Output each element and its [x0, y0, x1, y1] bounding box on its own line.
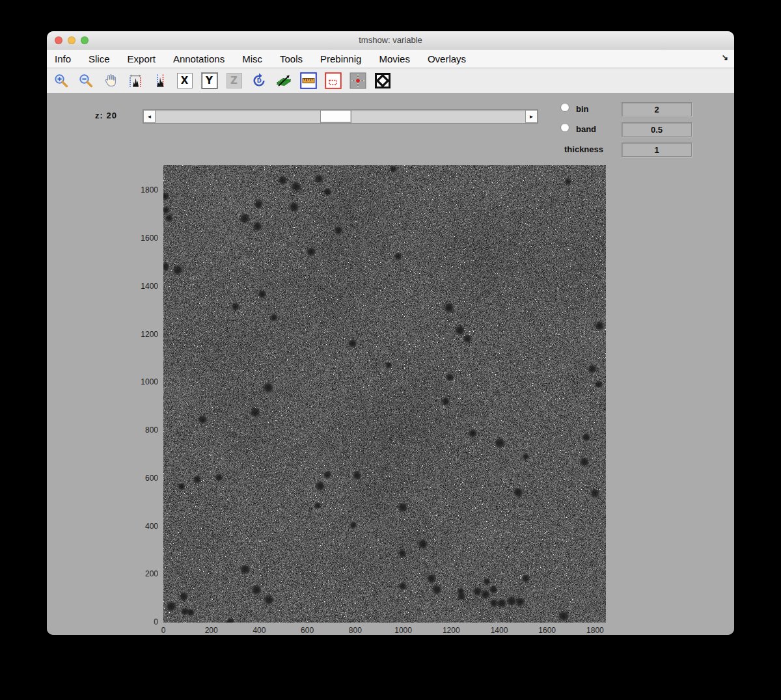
axis-x-label: X [177, 73, 193, 88]
y-tick-label: 400 [115, 522, 158, 531]
minimize-button[interactable] [68, 36, 75, 44]
x-tick-label: 1800 [579, 626, 611, 635]
slider-thumb[interactable] [320, 110, 351, 123]
zoom-out-button[interactable] [77, 72, 94, 90]
center-marker-icon [349, 72, 366, 89]
band-entry[interactable]: 0.5 [622, 122, 692, 137]
roi-button[interactable] [324, 72, 342, 90]
roi-icon [325, 72, 342, 89]
menu-overflow-icon[interactable]: ↘ [722, 53, 728, 62]
contrast-range-button[interactable] [126, 72, 144, 90]
y-tick-label: 1000 [115, 377, 158, 386]
rotate-icon [251, 72, 267, 89]
menu-item-info[interactable]: Info [55, 53, 71, 64]
x-tick-label: 1400 [483, 626, 515, 635]
app-window: tmshow: variable InfoSliceExportAnnotati… [47, 31, 734, 635]
main-area: z: 20 ◄ ► bin 2 band 0.5 thickness 1 020… [47, 93, 734, 635]
menu-item-overlays[interactable]: Overlays [428, 53, 466, 64]
y-tick-label: 800 [115, 425, 158, 435]
zoom-in-icon [53, 72, 70, 89]
zoom-out-icon [77, 72, 94, 89]
menu-item-prebinnig[interactable]: Prebinnig [320, 53, 361, 64]
contrast-band-button[interactable] [151, 72, 169, 90]
pan-button[interactable] [102, 72, 119, 90]
rotate-button[interactable] [250, 72, 267, 90]
x-tick-label: 400 [243, 626, 275, 635]
band-label: band [576, 124, 596, 134]
x-tick-label: 800 [339, 626, 372, 635]
slider-right-arrow-icon[interactable]: ► [525, 110, 538, 123]
menu-item-export[interactable]: Export [128, 53, 156, 64]
zoom-in-button[interactable] [52, 72, 70, 90]
axis-z-button[interactable]: Z [225, 72, 243, 90]
y-tick-label: 0 [115, 617, 158, 626]
slider-left-arrow-icon[interactable]: ◄ [143, 110, 156, 123]
zoom-button[interactable] [81, 36, 89, 44]
traffic-lights [55, 36, 89, 44]
menu-item-annotations[interactable]: Annotations [173, 53, 225, 64]
titlebar[interactable]: tmshow: variable [47, 31, 734, 49]
z-slider[interactable]: ◄ ► [143, 109, 538, 124]
flip-plane-button[interactable] [275, 72, 292, 90]
z-slice-label: z: 20 [95, 111, 117, 120]
x-tick-label: 1600 [531, 626, 564, 635]
menu-item-slice[interactable]: Slice [89, 53, 110, 64]
axis-y-button[interactable]: Y [200, 72, 218, 90]
thickness-entry[interactable]: 1 [622, 142, 692, 157]
axis-z-label: Z [226, 73, 242, 88]
bin-label: bin [576, 104, 589, 114]
contrast-band-icon [152, 72, 169, 89]
menu-item-misc[interactable]: Misc [242, 53, 262, 64]
x-tick-label: 600 [291, 626, 323, 635]
flip-plane-icon [275, 72, 292, 89]
contrast-range-icon [127, 72, 144, 89]
fullscreen-icon [374, 72, 391, 89]
thickness-label: thickness [532, 144, 603, 154]
y-tick-label: 600 [115, 474, 158, 483]
toolbar: XYZ [47, 68, 734, 93]
y-tick-label: 200 [115, 569, 158, 578]
axis-y-label: Y [202, 73, 217, 88]
close-button[interactable] [55, 36, 62, 44]
bin-radio[interactable] [560, 103, 569, 112]
band-radio[interactable] [560, 123, 569, 132]
x-tick-label: 200 [195, 626, 228, 635]
measure-icon [300, 72, 317, 89]
micrograph-canvas[interactable] [163, 165, 606, 623]
window-title: tmshow: variable [359, 35, 422, 45]
menu-item-movies[interactable]: Movies [379, 53, 410, 64]
y-tick-label: 1400 [115, 282, 158, 291]
measure-button[interactable] [299, 72, 317, 90]
bin-entry[interactable]: 2 [622, 102, 692, 116]
menu-item-tools[interactable]: Tools [280, 53, 303, 64]
center-marker-button[interactable] [349, 72, 366, 90]
x-tick-label: 0 [147, 626, 180, 635]
y-tick-label: 1600 [115, 234, 158, 243]
x-tick-label: 1000 [387, 626, 420, 635]
x-tick-label: 1200 [435, 626, 467, 635]
fullscreen-button[interactable] [374, 72, 391, 90]
y-tick-label: 1800 [115, 185, 158, 195]
pan-icon [102, 72, 119, 89]
y-tick-label: 1200 [115, 330, 158, 339]
axis-x-button[interactable]: X [176, 72, 193, 90]
menubar: InfoSliceExportAnnotationsMiscToolsPrebi… [47, 49, 734, 68]
